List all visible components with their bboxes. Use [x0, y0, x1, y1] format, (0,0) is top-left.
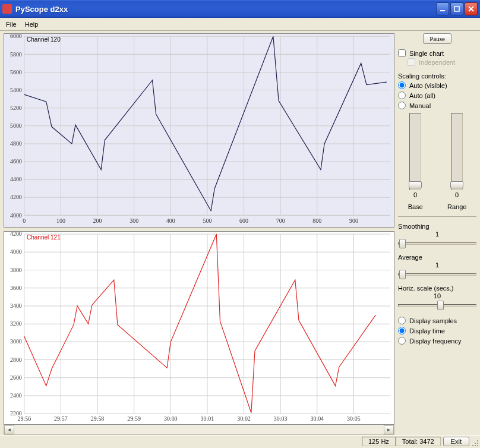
- svg-text:3000: 3000: [10, 338, 22, 345]
- svg-text:2400: 2400: [10, 392, 22, 398]
- svg-text:30:02: 30:02: [237, 415, 251, 422]
- svg-text:6000: 6000: [10, 34, 22, 40]
- smoothing-slider[interactable]: [398, 238, 476, 249]
- scroll-left-arrow[interactable]: ◄: [4, 425, 14, 434]
- svg-text:3400: 3400: [10, 302, 22, 308]
- svg-text:3600: 3600: [10, 284, 22, 291]
- svg-text:30:00: 30:00: [164, 415, 178, 422]
- exit-button[interactable]: Exit: [443, 437, 469, 446]
- svg-text:29:57: 29:57: [54, 415, 68, 422]
- svg-text:4600: 4600: [10, 158, 22, 165]
- svg-text:5200: 5200: [10, 105, 22, 111]
- minimize-button[interactable]: [436, 2, 449, 15]
- average-label: Average: [398, 254, 476, 261]
- svg-text:5800: 5800: [10, 51, 22, 57]
- controls-panel: Pause Single chart Independent Scaling c…: [398, 33, 476, 435]
- svg-text:4800: 4800: [10, 140, 22, 147]
- svg-text:100: 100: [56, 217, 65, 224]
- display-option-2[interactable]: Display frequency: [398, 336, 476, 346]
- menu-bar: File Help: [0, 18, 480, 31]
- chart-channel-120[interactable]: Channel 120 4000420044004600480050005200…: [4, 33, 394, 228]
- svg-rect-0: [440, 10, 445, 11]
- svg-text:2600: 2600: [10, 374, 22, 380]
- average-slider[interactable]: [398, 269, 476, 280]
- horizontal-scrollbar[interactable]: ◄ ►: [4, 425, 394, 435]
- single-chart-checkbox[interactable]: Single chart: [398, 49, 476, 58]
- display-option-1[interactable]: Display time: [398, 326, 476, 336]
- svg-text:300: 300: [130, 217, 138, 224]
- charts-panel: Channel 120 4000420044004600480050005200…: [4, 33, 394, 435]
- svg-text:4200: 4200: [10, 232, 22, 237]
- menu-file[interactable]: File: [2, 20, 20, 29]
- svg-text:4000: 4000: [10, 212, 22, 218]
- display-option-0[interactable]: Display samples: [398, 316, 476, 326]
- svg-text:30:04: 30:04: [310, 415, 324, 422]
- chart-title-121: Channel 121: [27, 234, 61, 241]
- status-total: Total: 3472: [396, 437, 441, 446]
- svg-text:5000: 5000: [10, 122, 22, 129]
- svg-text:3200: 3200: [10, 320, 22, 327]
- svg-text:4400: 4400: [10, 176, 22, 182]
- svg-text:30:05: 30:05: [347, 415, 361, 422]
- status-bar: 125 Hz Total: 3472 Exit: [0, 435, 480, 447]
- svg-text:29:58: 29:58: [91, 415, 105, 422]
- pause-button[interactable]: Pause: [423, 33, 451, 44]
- minimize-icon: [440, 6, 446, 12]
- svg-text:29:56: 29:56: [17, 415, 31, 422]
- chart-title-120: Channel 120: [27, 36, 61, 43]
- range-slider[interactable]: 0 Range: [447, 113, 466, 210]
- svg-rect-1: [454, 7, 459, 11]
- close-button[interactable]: [465, 2, 478, 15]
- svg-text:900: 900: [349, 217, 358, 224]
- svg-text:200: 200: [93, 217, 102, 224]
- maximize-icon: [454, 6, 460, 12]
- svg-text:5400: 5400: [10, 86, 22, 93]
- close-icon: [468, 6, 474, 12]
- scaling-option-0[interactable]: Auto (visible): [398, 80, 476, 90]
- svg-text:4200: 4200: [10, 194, 22, 200]
- svg-text:5600: 5600: [10, 68, 22, 75]
- svg-text:30:03: 30:03: [274, 415, 288, 422]
- svg-text:400: 400: [166, 217, 175, 224]
- chart-channel-121[interactable]: Channel 121 2200240026002800300032003400…: [4, 231, 394, 425]
- maximize-button[interactable]: [450, 2, 463, 15]
- menu-help[interactable]: Help: [21, 20, 42, 29]
- scaling-option-2[interactable]: Manual: [398, 100, 476, 111]
- scaling-title: Scaling controls:: [398, 71, 476, 80]
- independent-checkbox: Independent: [408, 58, 476, 67]
- svg-text:3800: 3800: [10, 266, 22, 273]
- window-titlebar: PyScope d2xx: [0, 0, 480, 18]
- smoothing-label: Smoothing: [398, 223, 476, 230]
- svg-text:2800: 2800: [10, 356, 22, 362]
- svg-text:500: 500: [203, 217, 211, 224]
- svg-text:0: 0: [23, 217, 26, 224]
- app-icon: [2, 4, 12, 14]
- svg-text:30:01: 30:01: [201, 415, 214, 422]
- scroll-right-arrow[interactable]: ►: [384, 425, 394, 434]
- svg-text:4000: 4000: [10, 248, 22, 255]
- scaling-option-1[interactable]: Auto (all): [398, 90, 476, 100]
- status-freq: 125 Hz: [362, 437, 396, 446]
- resize-grip[interactable]: [472, 440, 479, 447]
- hscale-label: Horiz. scale (secs.): [398, 285, 476, 292]
- svg-text:700: 700: [276, 217, 285, 224]
- svg-text:29:59: 29:59: [127, 415, 141, 422]
- svg-text:800: 800: [312, 217, 321, 224]
- svg-text:600: 600: [239, 217, 248, 224]
- base-slider[interactable]: 0 Base: [408, 113, 423, 210]
- window-title: PyScope d2xx: [15, 5, 436, 14]
- hscale-slider[interactable]: [398, 300, 476, 311]
